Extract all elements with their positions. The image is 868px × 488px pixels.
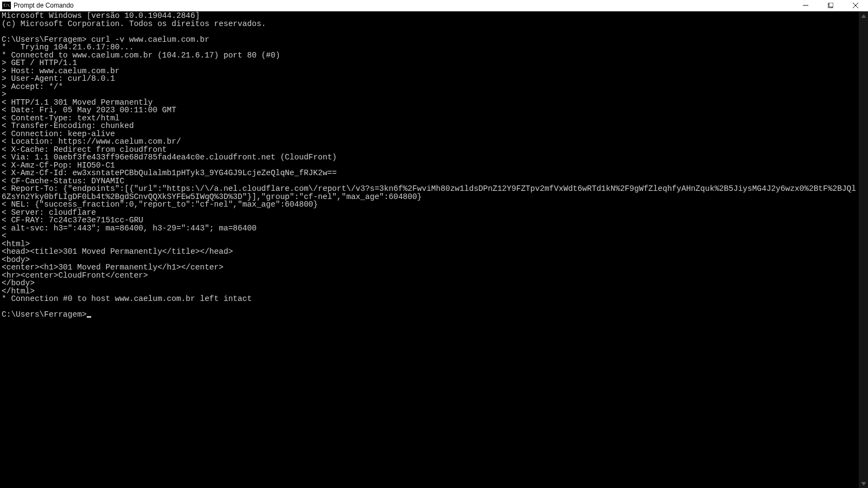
svg-marker-5 (861, 15, 866, 18)
window-controls (793, 0, 868, 11)
terminal-line: (c) Microsoft Corporation. Todos os dire… (2, 20, 266, 28)
close-button[interactable] (843, 0, 868, 11)
scrollbar-track[interactable] (859, 21, 868, 479)
title-bar[interactable]: C:\ Prompt de Comando (0, 0, 868, 11)
scrollbar[interactable] (859, 11, 868, 488)
cursor-icon (87, 316, 91, 318)
scroll-up-icon[interactable] (859, 11, 868, 21)
scroll-down-icon[interactable] (859, 479, 868, 488)
terminal-line: * Connection #0 to host www.caelum.com.b… (2, 294, 252, 303)
cmd-icon: C:\ (2, 2, 11, 9)
svg-rect-2 (829, 3, 833, 7)
prompt-path: C:\Users\Ferragem> (2, 310, 87, 319)
terminal-output[interactable]: Microsoft Windows [versão 10.0.19044.284… (0, 11, 859, 488)
terminal-line: < Report-To: {"endpoints":[{"url":"https… (2, 184, 856, 201)
terminal-line: > Accept: */* (2, 82, 63, 91)
minimize-button[interactable] (793, 0, 818, 11)
window-title: Prompt de Comando (14, 2, 793, 9)
terminal-line: < alt-svc: h3=":443"; ma=86400, h3-29=":… (2, 224, 257, 233)
terminal-container: Microsoft Windows [versão 10.0.19044.284… (0, 11, 868, 488)
terminal-line: <head><title>301 Moved Permanently</titl… (2, 247, 233, 256)
maximize-button[interactable] (818, 0, 843, 11)
svg-marker-6 (861, 482, 866, 485)
